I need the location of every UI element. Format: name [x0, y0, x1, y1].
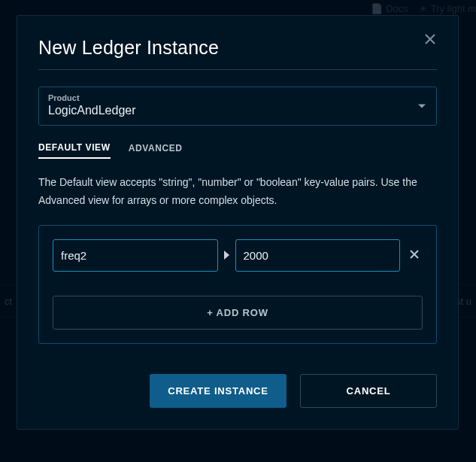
- add-row-button[interactable]: + ADD ROW: [53, 296, 423, 330]
- close-icon: [409, 249, 420, 260]
- kv-row: [53, 239, 423, 272]
- view-tabs: DEFAULT VIEW ADVANCED: [38, 142, 437, 159]
- cancel-button[interactable]: CANCEL: [300, 374, 437, 408]
- product-select[interactable]: Product LogicAndLedger: [38, 87, 437, 126]
- product-value: LogicAndLedger: [48, 104, 427, 117]
- chevron-down-icon: [418, 105, 426, 108]
- modal-header: New Ledger Instance: [38, 37, 437, 70]
- create-instance-button[interactable]: CREATE INSTANCE: [150, 374, 287, 408]
- arrow-right-icon: [224, 251, 229, 260]
- remove-row-button[interactable]: [406, 246, 423, 265]
- key-input[interactable]: [53, 239, 218, 272]
- modal-title: New Ledger Instance: [38, 37, 219, 59]
- product-label: Product: [48, 93, 427, 102]
- close-icon: [423, 32, 437, 46]
- modal-footer: CREATE INSTANCE CANCEL: [38, 374, 437, 408]
- help-text: The Default view accepts "string", "numb…: [38, 174, 437, 210]
- tab-default-view[interactable]: DEFAULT VIEW: [38, 142, 111, 159]
- close-button[interactable]: [423, 32, 437, 48]
- kv-editor: + ADD ROW: [38, 225, 437, 344]
- value-input[interactable]: [235, 239, 401, 272]
- tab-advanced[interactable]: ADVANCED: [129, 142, 183, 159]
- new-ledger-modal: New Ledger Instance Product LogicAndLedg…: [17, 15, 459, 430]
